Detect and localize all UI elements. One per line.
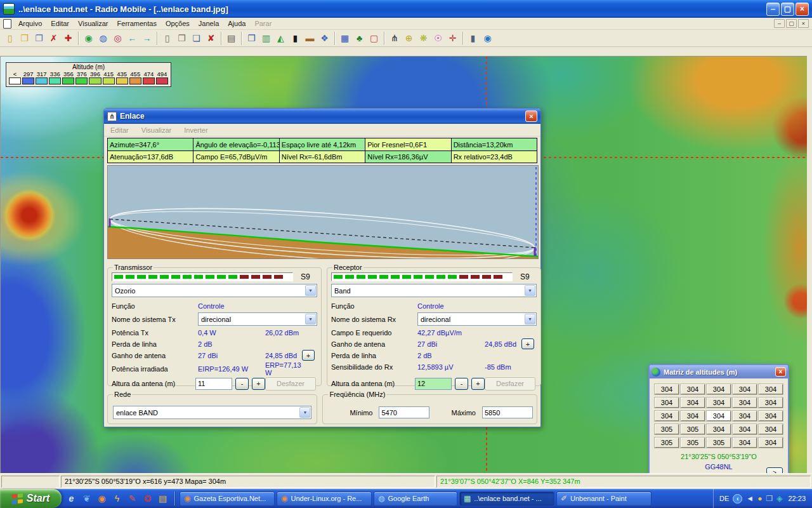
altitude-cell[interactable]: 305 xyxy=(655,424,679,434)
altitude-cell[interactable]: 304 xyxy=(681,384,705,394)
matriz-titlebar[interactable]: Matriz de altitudes (m) × xyxy=(650,365,788,378)
altitude-cell[interactable]: 304 xyxy=(655,398,679,408)
merge-pictures-button[interactable]: ❖ xyxy=(317,31,332,45)
volume-icon[interactable]: ◄ xyxy=(746,495,754,502)
winamp-icon[interactable]: ϟ xyxy=(111,493,123,505)
picture-properties-button[interactable]: ◭ xyxy=(273,31,288,45)
land-cover-button[interactable]: ♣ xyxy=(352,31,367,45)
save-map-button[interactable]: ◍ xyxy=(96,31,110,45)
hide-icons-icon[interactable]: ‹ xyxy=(733,494,742,504)
notes-icon[interactable]: ▤ xyxy=(157,493,169,505)
print-button[interactable]: ▤ xyxy=(224,31,239,45)
save-picture-button[interactable]: ❏ xyxy=(189,31,204,45)
tx-system-combo[interactable]: direcional ▼ xyxy=(198,312,317,326)
menu-opcoes[interactable]: Opções xyxy=(161,18,194,29)
add-unit-button[interactable]: ✚ xyxy=(61,31,75,45)
next-view-button[interactable]: → xyxy=(140,31,154,45)
rede-combo[interactable]: enlace BAND ▼ xyxy=(113,406,311,419)
altitude-cell[interactable]: 304 xyxy=(759,438,783,448)
child-minimize-button[interactable]: ‒ xyxy=(774,19,785,28)
delete-unit-button[interactable]: ✗ xyxy=(46,31,61,45)
altitude-cell[interactable]: 304 xyxy=(759,411,783,421)
menu-ajuda[interactable]: Ajuda xyxy=(223,18,250,29)
altitude-cell[interactable]: 304 xyxy=(759,384,783,394)
rx-antenna-pattern-button[interactable]: + xyxy=(521,338,534,349)
delete-picture-button[interactable]: ✘ xyxy=(204,31,218,45)
altitude-cell[interactable]: 304 xyxy=(707,411,731,421)
menu-editar[interactable]: Editar xyxy=(46,18,74,29)
altitude-cell[interactable]: 304 xyxy=(681,411,705,421)
chevron-down-icon[interactable]: ▼ xyxy=(525,314,535,324)
ruler-button[interactable]: ▬ xyxy=(303,31,317,45)
altitude-cell[interactable]: 304 xyxy=(733,424,757,434)
world-link-button[interactable]: ◉ xyxy=(480,31,495,45)
new-networks-button[interactable]: ▯ xyxy=(3,31,17,45)
freq-max-input[interactable] xyxy=(482,406,533,418)
altitude-cell[interactable]: 304 xyxy=(733,438,757,448)
altitude-cell[interactable]: 304 xyxy=(759,424,783,434)
restore-button[interactable]: ▢ xyxy=(781,3,794,16)
altitude-cell[interactable]: 304 xyxy=(707,384,731,394)
child-close-button[interactable]: × xyxy=(798,19,809,28)
chevron-down-icon[interactable]: ▼ xyxy=(305,314,316,324)
altitude-cell[interactable]: 304 xyxy=(733,384,757,394)
save-networks-button[interactable]: ❐ xyxy=(32,31,46,45)
altitude-cell[interactable]: 305 xyxy=(681,424,705,434)
rx-height-decrease-button[interactable]: - xyxy=(455,378,468,390)
usb-device-icon[interactable]: ◈ xyxy=(776,495,782,502)
altitude-cell[interactable]: 305 xyxy=(707,438,731,448)
menu-visualizar[interactable]: Visualizar xyxy=(74,18,113,29)
network-icon[interactable]: ❒ xyxy=(766,495,773,502)
rx-antenna-height-input[interactable] xyxy=(415,378,452,390)
chevron-down-icon[interactable]: ▼ xyxy=(305,285,316,296)
altitude-cell[interactable]: 305 xyxy=(681,438,705,448)
open-map-button[interactable]: ◉ xyxy=(81,31,96,45)
combined-coverage-button[interactable]: ❋ xyxy=(416,31,431,45)
altitude-cell[interactable]: 304 xyxy=(655,411,679,421)
altitude-cell[interactable]: 304 xyxy=(733,398,757,408)
language-indicator[interactable]: DE xyxy=(719,495,729,502)
messenger-icon[interactable]: ● xyxy=(757,495,762,502)
tx-station-combo[interactable]: Ozorio ▼ xyxy=(112,284,317,297)
altitude-cell[interactable]: 304 xyxy=(707,398,731,408)
taskbar-task-2[interactable]: ◉Under-Linux.org - Re... xyxy=(277,491,372,506)
ie-shortcut-icon[interactable]: e xyxy=(65,493,77,505)
copy-button[interactable]: ❐ xyxy=(244,31,259,45)
main-titlebar[interactable]: ..\enlace band.net - Radio Mobile - [..\… xyxy=(0,0,812,18)
taskbar-task-1[interactable]: ◉Gazeta Esportiva.Net... xyxy=(180,491,275,506)
visual-coverage-button[interactable]: ☉ xyxy=(431,31,445,45)
enlace-close-button[interactable]: × xyxy=(525,110,537,122)
mdi-child-icon[interactable] xyxy=(3,19,11,29)
chevron-down-icon[interactable]: ▼ xyxy=(525,285,535,296)
taskbar-task-3[interactable]: ◍Google Earth xyxy=(374,491,457,506)
media-player-icon[interactable]: ❂ xyxy=(141,493,154,505)
tx-height-increase-button[interactable]: + xyxy=(252,378,265,390)
enlace-titlebar[interactable]: ⋔ Enlace × xyxy=(104,109,540,124)
tx-antenna-pattern-button[interactable]: + xyxy=(302,350,315,361)
taskbar-task-5[interactable]: ✐Unbenannt - Paint xyxy=(556,491,652,506)
taskbar-task-4[interactable]: ▦..\enlace band.net - ... xyxy=(459,491,554,506)
paste-button[interactable]: ▥ xyxy=(259,31,273,45)
close-button[interactable]: × xyxy=(796,3,809,16)
matriz-close-button[interactable]: × xyxy=(775,367,786,377)
route-coverage-button[interactable]: ✛ xyxy=(445,31,460,45)
grayscale-button[interactable]: ▮ xyxy=(288,31,303,45)
new-picture-button[interactable]: ▯ xyxy=(160,31,174,45)
start-button[interactable]: Start xyxy=(0,489,62,508)
export-picture-button[interactable]: ❐ xyxy=(174,31,189,45)
menu-janela[interactable]: Janela xyxy=(194,18,223,29)
rx-system-combo[interactable]: direcional ▼ xyxy=(417,312,537,326)
altitude-cell[interactable]: 304 xyxy=(707,424,731,434)
child-restore-button[interactable]: ▢ xyxy=(786,19,797,28)
altitude-cell[interactable]: 305 xyxy=(655,438,679,448)
menu-arquivo[interactable]: Arquivo xyxy=(14,18,46,29)
radio-device-button[interactable]: ▮ xyxy=(466,31,480,45)
altitude-cell[interactable]: 304 xyxy=(733,411,757,421)
radio-link-button[interactable]: ⋔ xyxy=(387,31,402,45)
altitude-cell[interactable]: 304 xyxy=(681,398,705,408)
altitude-cell[interactable]: 304 xyxy=(655,384,679,394)
single-coverage-button[interactable]: ⊕ xyxy=(402,31,416,45)
rx-height-increase-button[interactable]: + xyxy=(471,378,485,390)
tx-antenna-height-input[interactable] xyxy=(195,378,232,390)
search-map-button[interactable]: ◎ xyxy=(110,31,125,45)
